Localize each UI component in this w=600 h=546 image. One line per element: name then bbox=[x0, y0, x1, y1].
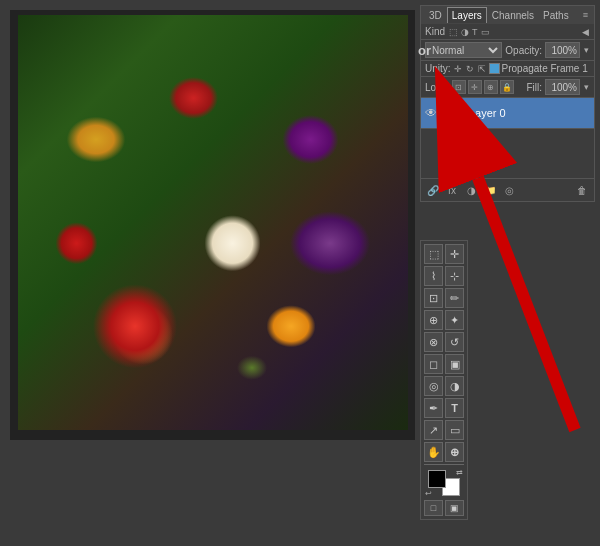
or-annotation: or bbox=[418, 43, 431, 58]
pixel-filter-icon[interactable]: ⬚ bbox=[448, 27, 459, 37]
filter-label: Kind bbox=[425, 26, 445, 37]
eyedropper-tool[interactable]: ✏ bbox=[445, 288, 464, 308]
brush-tool[interactable]: ✦ bbox=[445, 310, 464, 330]
propagate-label: Propagate Frame 1 bbox=[502, 63, 588, 74]
panel-menu-btn[interactable]: ≡ bbox=[581, 10, 590, 20]
marquee-tool[interactable]: ⬚ bbox=[424, 244, 443, 264]
quick-mask-btn[interactable]: ▣ bbox=[445, 500, 464, 516]
swap-colors-icon[interactable]: ⇄ bbox=[456, 468, 463, 477]
tool-row-3: ⊡ ✏ bbox=[424, 288, 464, 308]
type-filter-icon[interactable]: T bbox=[471, 27, 479, 37]
unity-label: Unity: bbox=[425, 63, 451, 74]
layer-thumbnail bbox=[441, 101, 465, 125]
layer-name: Layer 0 bbox=[469, 107, 590, 119]
hand-tool[interactable]: ✋ bbox=[424, 442, 443, 462]
tab-layers[interactable]: Layers bbox=[447, 7, 487, 23]
unity-scale-icon[interactable]: ⇱ bbox=[477, 64, 487, 74]
svg-line-1 bbox=[478, 178, 575, 430]
type-tool[interactable]: T bbox=[445, 398, 464, 418]
shape-filter-icon[interactable]: ▭ bbox=[480, 27, 491, 37]
canvas-area bbox=[10, 10, 415, 440]
opacity-arrow-icon[interactable]: ▾ bbox=[583, 45, 590, 55]
gradient-tool[interactable]: ▣ bbox=[445, 354, 464, 374]
tool-row-5: ⊗ ↺ bbox=[424, 332, 464, 352]
layers-content: 👁 Layer 0 bbox=[421, 98, 594, 178]
tool-row-10: ✋ ⊕ bbox=[424, 442, 464, 462]
mask-icon[interactable]: ◑ bbox=[463, 182, 479, 198]
lasso-tool[interactable]: ⌇ bbox=[424, 266, 443, 286]
tool-row-8: ✒ T bbox=[424, 398, 464, 418]
unity-rot-icon[interactable]: ↻ bbox=[465, 64, 475, 74]
unity-pos-icon[interactable]: ✛ bbox=[453, 64, 463, 74]
opacity-input[interactable] bbox=[545, 42, 580, 58]
lock-icons: ⊡ ✛ ⊕ 🔒 bbox=[452, 80, 514, 94]
healing-brush-tool[interactable]: ⊕ bbox=[424, 310, 443, 330]
dodge-tool[interactable]: ◑ bbox=[445, 376, 464, 396]
adjustment-icon[interactable]: ◎ bbox=[501, 182, 517, 198]
move-tool[interactable]: ✛ bbox=[445, 244, 464, 264]
lock-all-btn[interactable]: 🔒 bbox=[500, 80, 514, 94]
standard-mode-btn[interactable]: □ bbox=[424, 500, 443, 516]
tool-row-1: ⬚ ✛ bbox=[424, 244, 464, 264]
tool-row-2: ⌇ ⊹ bbox=[424, 266, 464, 286]
reset-colors-icon[interactable]: ↩ bbox=[425, 489, 432, 498]
lock-pixel-btn[interactable]: ⊡ bbox=[452, 80, 466, 94]
toolbox: ⬚ ✛ ⌇ ⊹ ⊡ ✏ ⊕ ✦ ⊗ ↺ ◻ ▣ ◎ ◑ ✒ T ↗ ▭ ✋ ⊕ … bbox=[420, 240, 468, 520]
filter-row: Kind ⬚ ◑ T ▭ ◀ bbox=[421, 24, 594, 40]
opacity-label: Opacity: bbox=[505, 45, 542, 56]
fill-input[interactable] bbox=[545, 79, 580, 95]
tool-divider bbox=[424, 464, 464, 465]
foreground-color-swatch[interactable] bbox=[428, 470, 446, 488]
fill-label: Fill: bbox=[526, 82, 542, 93]
tool-row-6: ◻ ▣ bbox=[424, 354, 464, 374]
layers-panel: 3D Layers Channels Paths ≡ Kind ⬚ ◑ T ▭ … bbox=[420, 5, 595, 202]
tool-row-9: ↗ ▭ bbox=[424, 420, 464, 440]
shape-tool[interactable]: ▭ bbox=[445, 420, 464, 440]
tab-3d[interactable]: 3D bbox=[425, 8, 446, 23]
tool-row-7: ◎ ◑ bbox=[424, 376, 464, 396]
history-brush-tool[interactable]: ↺ bbox=[445, 332, 464, 352]
unity-row: Unity: ✛ ↻ ⇱ Propagate Frame 1 bbox=[421, 61, 594, 77]
link-icon[interactable]: 🔗 bbox=[425, 182, 441, 198]
lock-label: Lock: bbox=[425, 82, 449, 93]
quick-select-tool[interactable]: ⊹ bbox=[445, 266, 464, 286]
delete-layer-icon[interactable]: 🗑 bbox=[574, 182, 590, 198]
panel-tabs-row: 3D Layers Channels Paths ≡ bbox=[421, 6, 594, 24]
panel-bottom-bar: 🔗 fx ◑ 📁 ◎ 🗑 bbox=[421, 178, 594, 201]
propagate-checkbox-item[interactable]: Propagate Frame 1 bbox=[489, 63, 588, 74]
eraser-tool[interactable]: ◻ bbox=[424, 354, 443, 374]
tab-paths[interactable]: Paths bbox=[539, 8, 573, 23]
path-select-tool[interactable]: ↗ bbox=[424, 420, 443, 440]
pen-tool[interactable]: ✒ bbox=[424, 398, 443, 418]
crop-tool[interactable]: ⊡ bbox=[424, 288, 443, 308]
lock-art-btn[interactable]: ⊕ bbox=[484, 80, 498, 94]
filter-icons: ⬚ ◑ T ▭ bbox=[448, 27, 491, 37]
adjustment-filter-icon[interactable]: ◑ bbox=[460, 27, 470, 37]
propagate-checkbox[interactable] bbox=[489, 63, 500, 74]
clone-stamp-tool[interactable]: ⊗ bbox=[424, 332, 443, 352]
blend-opacity-row: Normal Multiply Screen Opacity: ▾ bbox=[421, 40, 594, 61]
flower-image bbox=[18, 15, 408, 430]
color-swatch-area: ↩ ⇄ bbox=[424, 468, 464, 498]
filter-toggle-icon[interactable]: ◀ bbox=[581, 27, 590, 37]
tab-channels[interactable]: Channels bbox=[488, 8, 538, 23]
fill-arrow-icon[interactable]: ▾ bbox=[583, 82, 590, 92]
blur-tool[interactable]: ◎ bbox=[424, 376, 443, 396]
tool-row-4: ⊕ ✦ bbox=[424, 310, 464, 330]
layer-item-0[interactable]: 👁 Layer 0 bbox=[421, 98, 594, 129]
fx-icon[interactable]: fx bbox=[444, 182, 460, 198]
layer-visibility-eye[interactable]: 👁 bbox=[425, 106, 437, 120]
mask-mode-area: □ ▣ bbox=[424, 500, 464, 516]
lock-fill-row: Lock: ⊡ ✛ ⊕ 🔒 Fill: ▾ bbox=[421, 77, 594, 98]
lock-position-btn[interactable]: ✛ bbox=[468, 80, 482, 94]
blend-mode-select[interactable]: Normal Multiply Screen bbox=[425, 42, 502, 58]
folder-icon[interactable]: 📁 bbox=[482, 182, 498, 198]
zoom-tool[interactable]: ⊕ bbox=[445, 442, 464, 462]
flower-canvas bbox=[18, 15, 408, 430]
